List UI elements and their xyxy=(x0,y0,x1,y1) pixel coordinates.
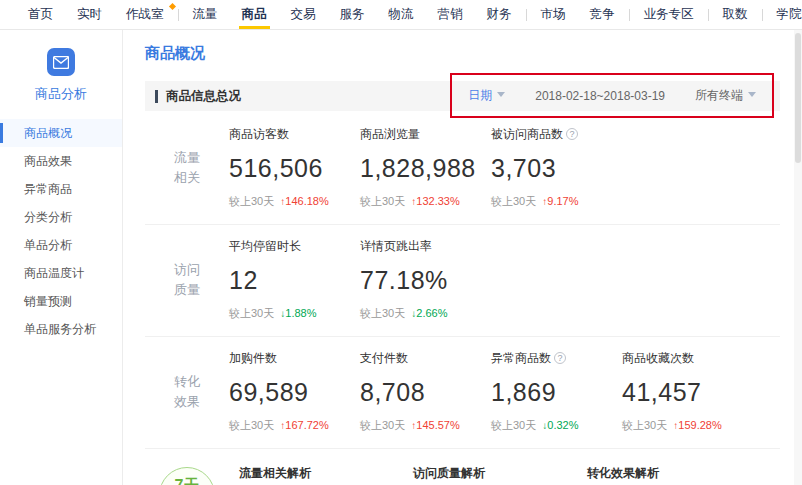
metric-value: 77.18% xyxy=(360,266,491,295)
metric-label: 商品浏览量 xyxy=(360,127,420,141)
metric-delta-pct: 1.88% xyxy=(285,307,316,319)
metric-label: 支付件数 xyxy=(360,351,408,365)
sidebar-item-product-overview[interactable]: 商品概况 xyxy=(0,119,122,147)
nav-item-traffic[interactable]: 流量 xyxy=(181,0,230,29)
metric-value: 41,457 xyxy=(622,378,753,407)
top-nav: 首页 实时 作战室 流量 商品 交易 服务 物流 营销 财务 市场 竞争 业务专… xyxy=(0,0,802,30)
insight-conversion: 转化效果解析 加购转化率表现还不错，但支付转化率低于同行平均，赶快使用营销商品，… xyxy=(587,465,765,485)
date-filter-dropdown[interactable]: 日期 xyxy=(468,87,505,104)
nav-label: 物流 xyxy=(389,7,414,21)
metric-compare-label: 较上30天 xyxy=(491,419,536,431)
nav-label: 首页 xyxy=(28,7,53,21)
nav-item-home[interactable]: 首页 xyxy=(16,0,65,29)
metric-product-favorites: 商品收藏次数 41,457 较上30天 ↑159.28% xyxy=(622,350,753,433)
scrollbar[interactable] xyxy=(794,30,802,485)
nav-divider xyxy=(526,9,527,21)
nav-label: 财务 xyxy=(487,7,512,21)
metric-avg-stay-duration: 平均停留时长 12 较上30天 ↓1.88% xyxy=(229,238,360,321)
sidebar-header: 商品分析 xyxy=(0,48,122,103)
nav-item-logistics[interactable]: 物流 xyxy=(377,0,426,29)
nav-item-competition[interactable]: 竞争 xyxy=(578,0,627,29)
nav-item-warroom[interactable]: 作战室 xyxy=(114,0,176,29)
metric-label: 平均停留时长 xyxy=(229,239,301,253)
metric-abnormal-products: 异常商品数? 1,869 较上30天 ↓0.32% xyxy=(491,350,622,433)
nav-item-finance[interactable]: 财务 xyxy=(475,0,524,29)
metric-value: 12 xyxy=(229,266,360,295)
metric-paid-items: 支付件数 8,708 较上30天 ↑145.57% xyxy=(360,350,491,433)
nav-item-trade[interactable]: 交易 xyxy=(279,0,328,29)
sidebar-item-abnormal-products[interactable]: 异常商品 xyxy=(0,175,122,203)
metric-delta: ↑159.28% xyxy=(673,419,721,431)
nav-item-market[interactable]: 市场 xyxy=(529,0,578,29)
nav-label: 实时 xyxy=(77,7,102,21)
metric-delta-pct: 167.72% xyxy=(285,419,328,431)
nav-item-products[interactable]: 商品 xyxy=(230,0,279,29)
metric-cart-adds: 加购件数 69,589 较上30天 ↑167.72% xyxy=(229,350,360,433)
product-analysis-icon xyxy=(47,48,75,76)
insights-section: 7天 数据解读 流量相关解析 虽然商品访客数涨幅比同行平均好，但商品浏览量涨幅低… xyxy=(145,449,780,485)
sidebar: 商品分析 商品概况 商品效果 异常商品 分类分析 单品分析 商品温度计 销量预测… xyxy=(0,30,123,485)
metric-delta-pct: 0.32% xyxy=(547,419,578,431)
group-label: 流量相关 xyxy=(145,126,229,209)
nav-label: 交易 xyxy=(291,7,316,21)
nav-item-academy[interactable]: 学院 xyxy=(765,0,802,29)
metric-delta-pct: 132.33% xyxy=(416,195,459,207)
content-area: 商品概况 商品信息总况 日期 2018-02-18~2018-03-19 所有终… xyxy=(123,30,802,485)
terminal-filter-dropdown[interactable]: 所有终端 xyxy=(695,87,756,104)
section-header: 商品信息总况 日期 2018-02-18~2018-03-19 所有终端 xyxy=(145,81,780,111)
metric-product-pageviews: 商品浏览量 1,828,988 较上30天 ↑132.33% xyxy=(360,126,491,209)
sidebar-menu: 商品概况 商品效果 异常商品 分类分析 单品分析 商品温度计 销量预测 单品服务… xyxy=(0,119,122,343)
metric-delta: ↓0.32% xyxy=(542,419,578,431)
help-icon[interactable]: ? xyxy=(566,128,578,140)
section-title: 商品信息总况 xyxy=(166,88,241,105)
nav-label: 取数 xyxy=(723,7,748,21)
nav-label: 服务 xyxy=(340,7,365,21)
section-accent-bar xyxy=(155,90,158,103)
nav-label: 竞争 xyxy=(590,7,615,21)
nav-label: 作战室 xyxy=(126,7,164,21)
sidebar-item-single-product-analysis[interactable]: 单品分析 xyxy=(0,231,122,259)
date-range-value[interactable]: 2018-02-18~2018-03-19 xyxy=(535,89,665,103)
metric-value: 3,703 xyxy=(491,154,622,183)
insight-title: 访问质量解析 xyxy=(413,465,569,482)
metric-compare-label: 较上30天 xyxy=(229,195,274,207)
metric-delta: ↓1.88% xyxy=(280,307,316,319)
badge-days: 7天 xyxy=(160,477,214,485)
nav-item-service[interactable]: 服务 xyxy=(328,0,377,29)
sidebar-item-product-effect[interactable]: 商品效果 xyxy=(0,147,122,175)
nav-item-data-extract[interactable]: 取数 xyxy=(711,0,760,29)
metric-delta: ↑146.18% xyxy=(280,195,328,207)
terminal-filter-label: 所有终端 xyxy=(695,88,743,102)
metric-delta: ↑9.17% xyxy=(542,195,578,207)
scrollbar-thumb[interactable] xyxy=(795,33,801,163)
group-label: 转化效果 xyxy=(145,350,229,433)
seven-day-badge: 7天 数据解读 xyxy=(159,467,215,485)
metric-label: 加购件数 xyxy=(229,351,277,365)
page-title: 商品概况 xyxy=(145,44,780,63)
insight-visit-quality: 访问质量解析 虽然详情页跳出率比同行平均好，但平均停留时长低于同行平均，请关注商… xyxy=(413,465,569,485)
nav-label: 流量 xyxy=(193,7,218,21)
nav-divider xyxy=(708,9,709,21)
nav-divider xyxy=(178,9,179,21)
metric-delta-pct: 145.57% xyxy=(416,419,459,431)
new-badge-icon xyxy=(168,3,175,10)
insight-traffic: 流量相关解析 虽然商品访客数涨幅比同行平均好，但商品浏览量涨幅低于同行平均，请关… xyxy=(239,465,395,485)
nav-item-business-zone[interactable]: 业务专区 xyxy=(632,0,706,29)
group-label: 访问质量 xyxy=(145,238,229,321)
nav-item-marketing[interactable]: 营销 xyxy=(426,0,475,29)
sidebar-item-category-analysis[interactable]: 分类分析 xyxy=(0,203,122,231)
metric-delta-pct: 146.18% xyxy=(285,195,328,207)
sidebar-item-product-thermometer[interactable]: 商品温度计 xyxy=(0,259,122,287)
metric-group-traffic: 流量相关 商品访客数 516,506 较上30天 ↑146.18% 商品浏览量 … xyxy=(145,113,780,225)
sidebar-item-sales-forecast[interactable]: 销量预测 xyxy=(0,287,122,315)
metric-compare-label: 较上30天 xyxy=(229,419,274,431)
metric-detail-bounce-rate: 详情页跳出率 77.18% 较上30天 ↓2.66% xyxy=(360,238,491,321)
sidebar-section-title: 商品分析 xyxy=(0,85,122,103)
metric-compare-label: 较上30天 xyxy=(622,419,667,431)
sidebar-item-single-product-service[interactable]: 单品服务分析 xyxy=(0,315,122,343)
nav-item-realtime[interactable]: 实时 xyxy=(65,0,114,29)
help-icon[interactable]: ? xyxy=(554,352,566,364)
metric-value: 8,708 xyxy=(360,378,491,407)
date-filter-label: 日期 xyxy=(468,88,492,102)
metric-delta: ↑167.72% xyxy=(280,419,328,431)
